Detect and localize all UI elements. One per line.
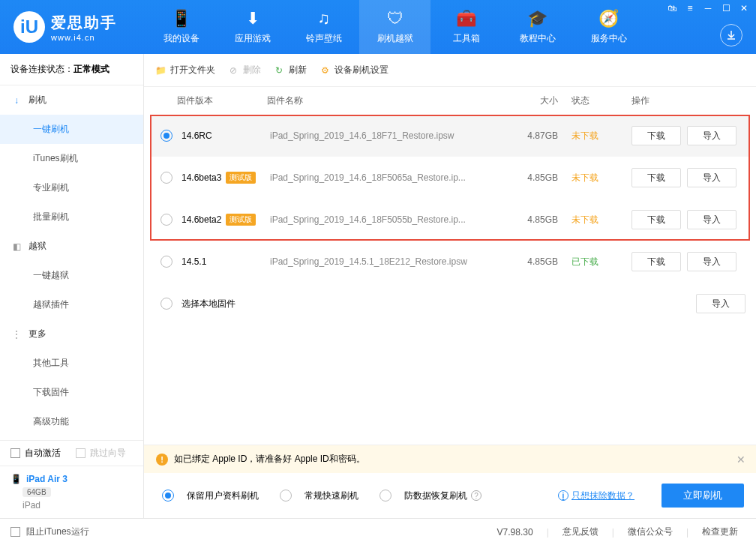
menu-group[interactable]: ↓刷机 [0, 85, 143, 115]
settings-button[interactable]: ⚙ 设备刷机设置 [319, 64, 388, 76]
menu-group[interactable]: ◧越狱 [0, 232, 143, 261]
menu-item[interactable]: 一键刷机 [0, 115, 143, 144]
nav-1[interactable]: ⬇应用游戏 [217, 0, 288, 54]
row-radio[interactable] [160, 214, 172, 226]
version-label: V7.98.30 [490, 527, 541, 538]
device-type: iPad [22, 500, 133, 511]
firmware-table: 14.6RCiPad_Spring_2019_14.6_18F71_Restor… [144, 115, 756, 325]
filename-cell: iPad_Spring_2019_14.5.1_18E212_Restore.i… [270, 256, 506, 267]
refresh-icon: ↻ [273, 64, 285, 76]
version-cell: 选择本地固件 [182, 298, 270, 310]
group-icon: ⋮ [10, 328, 22, 340]
feedback-link[interactable]: 意见反馈 [555, 526, 606, 538]
option-radio[interactable] [280, 490, 292, 502]
close-warning-icon[interactable]: ✕ [736, 454, 746, 466]
nav-3[interactable]: 🛡刷机越狱 [359, 0, 430, 54]
size-cell: 4.85GB [506, 172, 558, 183]
warning-icon: ! [156, 454, 168, 466]
flash-option[interactable]: 保留用户资料刷机 [156, 490, 259, 502]
nav-icon: 📱 [171, 9, 191, 28]
delete-button: ⊘ 删除 [227, 64, 261, 76]
version-cell: 14.6beta2测试版 [182, 214, 270, 226]
logo-sub: www.i4.cn [51, 33, 117, 42]
menu-item[interactable]: 下载固件 [0, 378, 143, 407]
nav-icon: 🧭 [598, 9, 619, 28]
gear-icon: ⚙ [319, 64, 331, 76]
skip-guide-checkbox[interactable] [76, 448, 86, 458]
nav-4[interactable]: 🧰工具箱 [430, 0, 502, 54]
update-link[interactable]: 检查更新 [694, 526, 746, 538]
menu-item[interactable]: 批量刷机 [0, 202, 143, 232]
download-button[interactable]: 下载 [632, 210, 681, 229]
download-icon[interactable] [720, 24, 742, 46]
main-panel: 📁 打开文件夹 ⊘ 删除 ↻ 刷新 ⚙ 设备刷机设置 固件版本 固件名称 大小 … [144, 54, 756, 518]
version-cell: 14.5.1 [182, 256, 270, 267]
menu-group[interactable]: ⋮更多 [0, 319, 143, 349]
folder-icon: 📁 [154, 64, 166, 76]
firmware-row[interactable]: 选择本地固件导入 [152, 283, 748, 325]
nav-0[interactable]: 📱我的设备 [146, 0, 217, 54]
erase-link[interactable]: i 只想抹除数据？ [558, 490, 634, 502]
row-radio[interactable] [160, 298, 172, 310]
menu-icon[interactable]: ≡ [684, 3, 696, 13]
row-radio[interactable] [160, 256, 172, 268]
group-icon: ↓ [10, 94, 22, 106]
group-icon: ◧ [10, 241, 22, 253]
nav-icon: 🧰 [456, 9, 476, 28]
refresh-button[interactable]: ↻ 刷新 [273, 64, 307, 76]
import-button[interactable]: 导入 [687, 210, 736, 229]
status-cell: 未下载 [558, 130, 618, 142]
cart-icon[interactable]: 🛍 [666, 3, 678, 13]
nav-2[interactable]: ♫铃声壁纸 [288, 0, 359, 54]
ops-cell: 下载导入 [618, 252, 746, 271]
beta-badge: 测试版 [226, 172, 256, 184]
option-radio[interactable] [380, 490, 392, 502]
block-itunes-checkbox[interactable] [10, 527, 20, 537]
auto-activate-row: 自动激活 跳过向导 [0, 440, 143, 466]
filename-cell: iPad_Spring_2019_14.6_18F5065a_Restore.i… [270, 172, 506, 183]
menu-item[interactable]: 越狱插件 [0, 290, 143, 319]
ops-cell: 下载导入 [618, 210, 746, 229]
flash-option[interactable]: 防数据恢复刷机? [374, 490, 482, 502]
menu-item[interactable]: 一键越狱 [0, 261, 143, 290]
import-button[interactable]: 导入 [696, 294, 746, 313]
device-info: 📱 iPad Air 3 64GB iPad [0, 466, 143, 518]
filename-cell: iPad_Spring_2019_14.6_18F71_Restore.ipsw [270, 130, 506, 141]
app-footer: 阻止iTunes运行 V7.98.30 | 意见反馈 | 微信公众号 | 检查更… [0, 518, 756, 545]
sidebar: 设备连接状态：正常模式 ↓刷机一键刷机iTunes刷机专业刷机批量刷机◧越狱一键… [0, 54, 144, 518]
firmware-row[interactable]: 14.5.1iPad_Spring_2019_14.5.1_18E212_Res… [152, 241, 748, 283]
menu-item[interactable]: 其他工具 [0, 349, 143, 378]
menu-item[interactable]: 专业刷机 [0, 173, 143, 202]
download-button[interactable]: 下载 [632, 126, 681, 145]
menu-item[interactable]: 高级功能 [0, 407, 143, 436]
table-header: 固件版本 固件名称 大小 状态 操作 [144, 87, 756, 115]
menu-item[interactable]: iTunes刷机 [0, 144, 143, 173]
beta-badge: 测试版 [226, 214, 256, 226]
open-folder-button[interactable]: 📁 打开文件夹 [154, 64, 215, 76]
nav-icon: ♫ [317, 9, 330, 28]
import-button[interactable]: 导入 [687, 168, 736, 187]
delete-icon: ⊘ [227, 64, 239, 76]
firmware-row[interactable]: 14.6RCiPad_Spring_2019_14.6_18F71_Restor… [152, 115, 748, 157]
auto-activate-checkbox[interactable] [10, 448, 20, 458]
flash-now-button[interactable]: 立即刷机 [662, 484, 744, 508]
maximize-icon[interactable]: ☐ [720, 3, 732, 13]
device-name[interactable]: 📱 iPad Air 3 [10, 474, 133, 484]
firmware-row[interactable]: 14.6beta3测试版iPad_Spring_2019_14.6_18F506… [152, 157, 748, 199]
option-radio[interactable] [162, 490, 174, 502]
nav-6[interactable]: 🧭服务中心 [573, 0, 644, 54]
close-icon[interactable]: ✕ [738, 3, 750, 13]
row-radio[interactable] [160, 130, 172, 142]
firmware-row[interactable]: 14.6beta2测试版iPad_Spring_2019_14.6_18F505… [152, 199, 748, 241]
download-button[interactable]: 下载 [632, 252, 681, 271]
import-button[interactable]: 导入 [687, 252, 736, 271]
nav-5[interactable]: 🎓教程中心 [502, 0, 573, 54]
toolbar: 📁 打开文件夹 ⊘ 删除 ↻ 刷新 ⚙ 设备刷机设置 [144, 54, 756, 87]
download-button[interactable]: 下载 [632, 168, 681, 187]
minimize-icon[interactable]: ─ [702, 3, 714, 13]
wechat-link[interactable]: 微信公众号 [620, 526, 680, 538]
help-icon[interactable]: ? [471, 490, 482, 501]
import-button[interactable]: 导入 [687, 126, 736, 145]
flash-option[interactable]: 常规快速刷机 [274, 490, 358, 502]
row-radio[interactable] [160, 172, 172, 184]
